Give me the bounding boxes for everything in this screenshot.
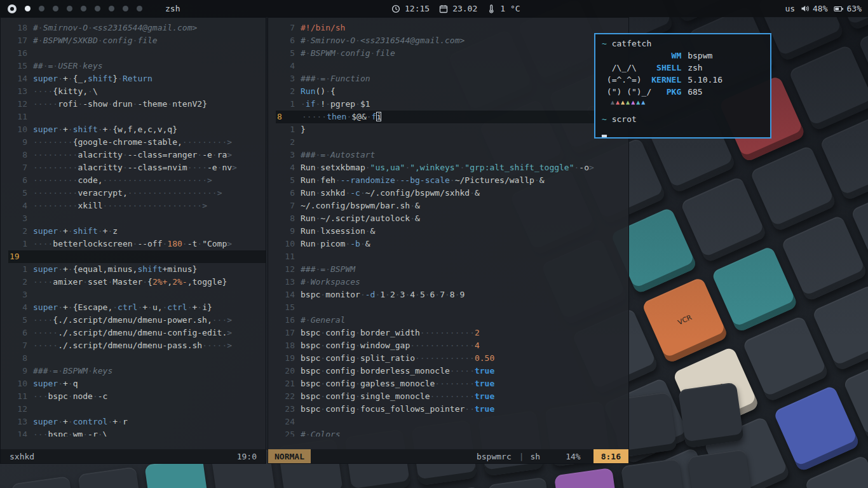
code-token: · bbox=[83, 430, 88, 437]
code-token: amixer bbox=[53, 277, 83, 287]
code-token: # bbox=[33, 36, 38, 45]
workspace-dots bbox=[25, 6, 142, 11]
battery-icon bbox=[834, 5, 844, 13]
code-token: -show bbox=[83, 99, 107, 109]
code-token: ··· bbox=[33, 430, 48, 437]
fetch-terminal-window[interactable]: ~ catfetch WMbspwm /\_/\SHELLzsh (=^.^=)… bbox=[594, 33, 771, 139]
editor-window-bspwmrc[interactable]: 7#!/bin/sh6#·Smirnov-O·<ss2316544@gmail.… bbox=[268, 17, 629, 464]
workspace-dot-4[interactable] bbox=[67, 6, 72, 11]
code-token: · bbox=[306, 315, 311, 325]
code-token: > bbox=[227, 137, 232, 147]
code-token: 4 bbox=[475, 341, 480, 350]
code-token: > bbox=[227, 150, 232, 159]
code-token: · bbox=[360, 290, 365, 299]
code-token: · bbox=[98, 430, 103, 437]
code-token: ntenV2} bbox=[172, 99, 207, 109]
code-token: lxsession bbox=[320, 226, 365, 236]
editor-line: 9Run·lxsession·& bbox=[276, 225, 628, 238]
statusline-sxhkd: sxhkd 19:0 bbox=[1, 449, 266, 463]
editor-line: 5#·BSPWM·config·file bbox=[276, 47, 628, 60]
line-number: 19 bbox=[276, 352, 301, 365]
code-token: · bbox=[415, 290, 420, 299]
workspace-dot-9[interactable] bbox=[137, 6, 142, 11]
code-token: ····· bbox=[33, 99, 58, 109]
code-token: config bbox=[325, 366, 355, 376]
keycap bbox=[78, 466, 144, 488]
keyboard-layout-indicator[interactable]: us bbox=[785, 4, 795, 13]
editor-line: 18#·Smirnov-O·<ss2316544@gmail.com> bbox=[8, 22, 266, 34]
workspace-dot-1[interactable] bbox=[25, 6, 31, 11]
code-token: bspc bbox=[301, 379, 320, 388]
code-token: > bbox=[207, 175, 212, 185]
code-token: · bbox=[118, 74, 123, 83]
code-token: = bbox=[53, 366, 58, 376]
code-token: · bbox=[395, 290, 400, 299]
code-token: · bbox=[98, 36, 103, 45]
statusline-filename: sxhkd bbox=[10, 452, 34, 461]
editor-line: 16 bbox=[8, 47, 266, 60]
code-token: · bbox=[58, 264, 63, 274]
workspace-dot-8[interactable] bbox=[123, 6, 128, 11]
workspace-dot-3[interactable] bbox=[53, 6, 58, 11]
code-token: > bbox=[217, 188, 222, 198]
editor-line: 6·····./.script/dmenu/dmenu-config-edit.… bbox=[8, 327, 266, 339]
code-token: config bbox=[341, 48, 370, 58]
code-token: ···· bbox=[33, 239, 53, 248]
code-token: > bbox=[589, 163, 594, 172]
volume-text: 48% bbox=[813, 4, 827, 13]
code-token: "grp:alt_shift_toggle" bbox=[465, 163, 574, 172]
code-token: true bbox=[475, 404, 494, 414]
line-number: 6 bbox=[8, 327, 33, 339]
code-token: "us,ua" bbox=[370, 163, 405, 172]
code-token: ········· bbox=[33, 175, 78, 185]
volume-module[interactable]: 48% bbox=[801, 4, 827, 13]
keycap: VCR bbox=[641, 276, 728, 363]
code-token: true bbox=[475, 379, 494, 388]
code-token: BSPWM bbox=[311, 48, 336, 58]
code-token: feh bbox=[320, 175, 335, 185]
fetch-info-row: (=^.^=)KERNEL5.10.16 bbox=[602, 74, 764, 86]
line-number: 9 bbox=[8, 365, 33, 377]
code-token: focus_follows_pointer bbox=[360, 404, 465, 414]
line-number: 7 bbox=[8, 161, 33, 174]
code-token: ········· bbox=[33, 188, 78, 198]
code-token: · bbox=[320, 391, 325, 401]
code-token: ·· bbox=[465, 404, 475, 414]
code-token: --class=ranger bbox=[128, 150, 198, 159]
code-token: · bbox=[320, 290, 325, 299]
code-token: · bbox=[435, 290, 440, 299]
workspace-dot-6[interactable] bbox=[95, 6, 100, 11]
line-number: 12 bbox=[276, 263, 301, 276]
editor-line: 1} bbox=[276, 123, 628, 136]
code-token: · bbox=[68, 125, 73, 134]
code-token: 2 bbox=[475, 328, 480, 337]
code-token: · bbox=[425, 290, 430, 299]
code-token: + bbox=[63, 226, 68, 236]
code-token: · bbox=[118, 417, 123, 426]
workspace-dot-7[interactable] bbox=[109, 6, 114, 11]
launcher-icon[interactable] bbox=[8, 4, 17, 13]
clock-text: 12:15 bbox=[405, 4, 430, 13]
editor-line: 12·····rofi·-show·drun·-theme·ntenV2} bbox=[8, 98, 266, 111]
code-token: = bbox=[320, 74, 325, 83]
line-number: 3 bbox=[276, 72, 301, 85]
code-token: ····· bbox=[450, 366, 475, 376]
battery-module[interactable]: 63% bbox=[834, 4, 862, 13]
code-token: · bbox=[142, 277, 147, 287]
workspace-dot-2[interactable] bbox=[39, 6, 44, 11]
code-token: · bbox=[58, 302, 63, 312]
code-token: · bbox=[197, 150, 202, 159]
code-text: #·Smirnov-O·<ss2316544@gmail.com> bbox=[301, 34, 465, 47]
code-token: {w,f,e,c,v,q} bbox=[112, 125, 177, 134]
editor-line: 10Run·picom·-b·& bbox=[276, 238, 628, 250]
workspace-dot-5[interactable] bbox=[81, 6, 86, 11]
code-token: · bbox=[182, 239, 187, 248]
code-token: ···················· bbox=[103, 201, 203, 210]
editor-line: 9········{google-chrome-stable,·········… bbox=[8, 136, 266, 149]
code-token: -t bbox=[187, 239, 198, 248]
code-token: bspc bbox=[48, 391, 67, 401]
code-text: bspc·monitor·-d·1·2·3·4·5·6·7·8·9 bbox=[301, 288, 465, 301]
code-token: Run bbox=[301, 239, 315, 248]
editor-window-sxhkd[interactable]: 18#·Smirnov-O·<ss2316544@gmail.com>17#·B… bbox=[0, 17, 266, 464]
code-token: · bbox=[98, 226, 103, 236]
